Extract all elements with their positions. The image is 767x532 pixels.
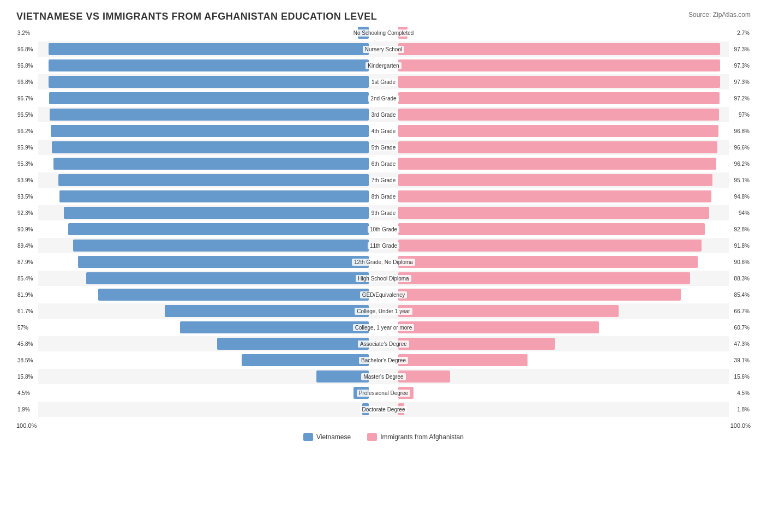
chart-row: 93.5% 8th Grade 94.8% — [38, 189, 729, 204]
source-text: Source: ZipAtlas.com — [688, 11, 751, 19]
blue-bar — [51, 125, 369, 137]
left-bar-container: 38.5% — [38, 354, 370, 366]
left-bar-container: 96.8% — [38, 76, 370, 88]
blue-value: 96.7% — [17, 95, 33, 101]
pink-bar — [398, 321, 599, 333]
row-label: 10th Grade — [370, 226, 398, 233]
left-bar-container: 61.7% — [38, 305, 370, 317]
right-bar-container: 95.1% — [397, 174, 729, 186]
bars-wrapper: 3.2% No Schooling Completed 2.7% 96.8% N… — [38, 25, 729, 418]
row-label: 3rd Grade — [370, 111, 398, 118]
blue-bar — [58, 174, 369, 186]
blue-bar — [52, 141, 369, 153]
chart-row: 85.4% High School Diploma 88.3% — [38, 271, 729, 286]
pink-bar — [398, 158, 716, 170]
chart-row: 93.9% 7th Grade 95.1% — [38, 172, 729, 188]
pink-value: 96.6% — [734, 145, 750, 151]
pink-bar — [398, 240, 702, 252]
left-bar-container: 95.9% — [38, 141, 370, 153]
row-label: Kindergarten — [370, 62, 398, 69]
right-bar-container: 85.4% — [397, 289, 729, 301]
blue-value: 96.8% — [17, 79, 33, 85]
blue-bar — [165, 305, 369, 317]
blue-value: 85.4% — [17, 276, 33, 282]
chart-row: 38.5% Bachelor's Degree 39.1% — [38, 352, 729, 368]
right-bar-container: 4.5% — [397, 387, 729, 399]
pink-value: 85.4% — [734, 292, 750, 298]
pink-bar — [398, 76, 720, 88]
right-bar-container: 91.8% — [397, 240, 729, 252]
blue-value: 81.9% — [17, 292, 33, 298]
blue-value: 96.2% — [17, 128, 33, 134]
row-label: 5th Grade — [370, 144, 398, 151]
chart-row: 57% College, 1 year or more 60.7% — [38, 320, 729, 335]
right-bar-container: 2.7% — [397, 27, 729, 39]
blue-bar — [49, 76, 368, 88]
chart-row: 95.3% 6th Grade 96.2% — [38, 156, 729, 171]
chart-container: VIETNAMESE VS IMMIGRANTS FROM AFGHANISTA… — [0, 0, 767, 457]
pink-value: 66.7% — [734, 308, 750, 314]
blue-value: 95.3% — [17, 161, 33, 167]
right-bar-container: 96.6% — [397, 141, 729, 153]
pink-value: 15.6% — [734, 374, 750, 380]
row-label: Professional Degree — [370, 390, 398, 397]
blue-bar — [64, 207, 369, 219]
legend-pink-label: Immigrants from Afghanistan — [380, 433, 464, 441]
pink-value: 92.8% — [734, 226, 750, 232]
chart-row: 90.9% 10th Grade 92.8% — [38, 222, 729, 237]
row-label: 2nd Grade — [370, 95, 398, 102]
legend-swatch-pink — [367, 433, 377, 441]
chart-row: 96.8% Nursery School 97.3% — [38, 41, 729, 57]
right-bar-container: 92.8% — [397, 223, 729, 235]
chart-row: 96.5% 3rd Grade 97% — [38, 107, 729, 122]
chart-row: 96.8% Kindergarten 97.3% — [38, 58, 729, 73]
blue-bar — [78, 256, 368, 268]
blue-value: 1.9% — [17, 407, 30, 413]
chart-row: 61.7% College, Under 1 year 66.7% — [38, 303, 729, 319]
blue-value: 57% — [17, 325, 28, 331]
legend-item-pink: Immigrants from Afghanistan — [367, 433, 464, 441]
blue-bar — [68, 223, 369, 235]
pink-value: 4.5% — [737, 390, 750, 396]
blue-bar — [316, 370, 369, 382]
pink-bar — [398, 354, 528, 366]
pink-bar — [398, 289, 680, 301]
legend-blue-label: Vietnamese — [316, 433, 351, 441]
chart-row: 89.4% 11th Grade 91.8% — [38, 238, 729, 253]
pink-value: 1.8% — [737, 407, 750, 413]
row-label: 6th Grade — [370, 160, 398, 168]
pink-bar — [398, 174, 712, 186]
left-bar-container: 96.2% — [38, 125, 370, 137]
row-label: Doctorate Degree — [370, 406, 398, 413]
pink-value: 39.1% — [734, 357, 750, 363]
pink-value: 60.7% — [734, 325, 750, 331]
left-bar-container: 15.8% — [38, 370, 370, 382]
chart-row: 1.9% Doctorate Degree 1.8% — [38, 402, 729, 417]
blue-value: 87.9% — [17, 259, 33, 265]
right-bar-container: 90.6% — [397, 256, 729, 268]
pink-bar — [398, 305, 619, 317]
row-label: Bachelor's Degree — [370, 357, 398, 364]
pink-value: 91.8% — [734, 243, 750, 249]
left-bar-container: 96.5% — [38, 109, 370, 121]
blue-value: 61.7% — [17, 308, 33, 314]
blue-bar — [86, 272, 368, 284]
blue-value: 90.9% — [17, 226, 33, 232]
pink-bar — [398, 141, 717, 153]
chart-row: 3.2% No Schooling Completed 2.7% — [38, 25, 729, 40]
chart-title: VIETNAMESE VS IMMIGRANTS FROM AFGHANISTA… — [16, 11, 751, 22]
pink-bar — [398, 59, 720, 71]
blue-bar — [49, 43, 368, 55]
pink-bar — [398, 190, 711, 202]
left-bar-container: 57% — [38, 321, 370, 333]
row-label: Master's Degree — [370, 373, 398, 380]
row-label: Nursery School — [370, 46, 398, 53]
pink-bar — [398, 223, 705, 235]
right-bar-container: 97.3% — [397, 59, 729, 71]
blue-bar — [49, 92, 369, 104]
row-label: 7th Grade — [370, 177, 398, 184]
blue-bar — [242, 354, 369, 366]
left-bar-container: 3.2% — [38, 27, 370, 39]
pink-bar — [398, 109, 719, 121]
blue-value: 89.4% — [17, 243, 33, 249]
